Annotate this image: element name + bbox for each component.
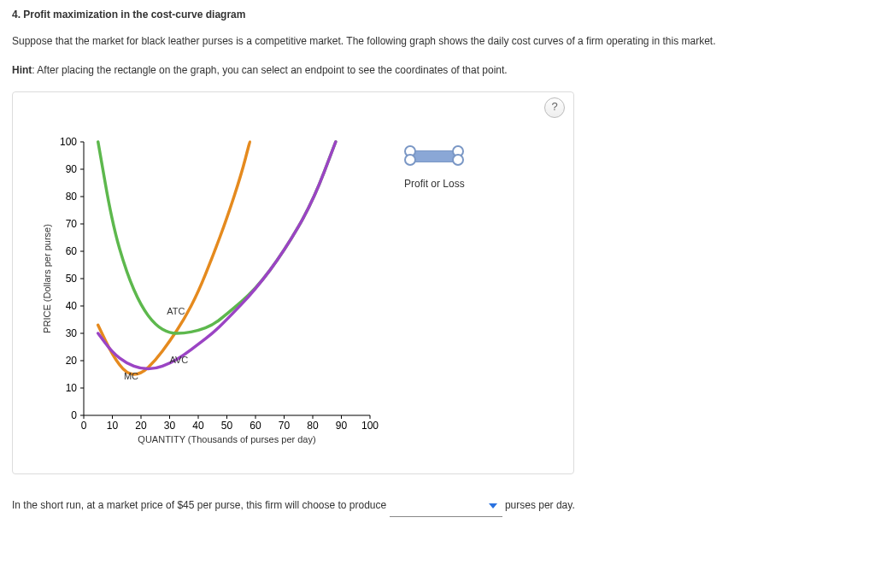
help-icon[interactable]: ? — [544, 97, 565, 118]
svg-text:90: 90 — [66, 163, 78, 175]
svg-text:40: 40 — [192, 420, 204, 432]
svg-text:90: 90 — [336, 420, 348, 432]
svg-text:PRICE (Dollars per purse): PRICE (Dollars per purse) — [42, 224, 52, 333]
quantity-dropdown[interactable] — [390, 497, 502, 518]
svg-text:50: 50 — [66, 273, 78, 285]
chevron-down-icon — [489, 503, 497, 509]
draggable-legend[interactable]: Profit or Loss — [404, 142, 465, 190]
profit-loss-rect-icon[interactable] — [404, 142, 464, 169]
hint-text: : After placing the rectangle on the gra… — [32, 64, 507, 76]
answer-after: purses per day. — [505, 499, 575, 511]
question-prompt: Suppose that the market for black leathe… — [12, 32, 863, 50]
svg-text:60: 60 — [250, 420, 261, 432]
svg-text:10: 10 — [66, 382, 78, 394]
svg-text:10: 10 — [107, 420, 119, 432]
svg-text:AVC: AVC — [170, 355, 189, 365]
svg-text:30: 30 — [66, 327, 78, 339]
question-hint: Hint: After placing the rectangle on the… — [12, 62, 863, 79]
answer-sentence: In the short run, at a market price of $… — [12, 497, 863, 518]
cost-curve-chart[interactable]: 0102030405060708090100010203040506070809… — [37, 133, 379, 458]
svg-text:100: 100 — [361, 420, 379, 432]
svg-text:50: 50 — [221, 420, 233, 432]
svg-text:80: 80 — [307, 420, 319, 432]
question-title: 4. Profit maximization in the cost-curve… — [12, 9, 863, 21]
svg-text:40: 40 — [66, 300, 78, 312]
answer-before: In the short run, at a market price of $… — [12, 499, 390, 511]
svg-text:60: 60 — [66, 245, 78, 257]
svg-text:0: 0 — [81, 420, 87, 432]
svg-text:20: 20 — [66, 355, 78, 367]
profit-loss-label: Profit or Loss — [404, 178, 465, 190]
svg-text:QUANTITY (Thousands of purses : QUANTITY (Thousands of purses per day) — [138, 434, 315, 444]
svg-text:100: 100 — [60, 136, 77, 148]
svg-text:0: 0 — [71, 409, 77, 421]
graph-panel: ? 01020304050607080901000102030405060708… — [12, 91, 574, 474]
svg-text:80: 80 — [66, 191, 78, 203]
svg-text:ATC: ATC — [167, 305, 185, 315]
svg-text:MC: MC — [124, 371, 138, 381]
hint-label: Hint — [12, 64, 32, 76]
svg-text:70: 70 — [66, 218, 78, 230]
svg-text:70: 70 — [279, 420, 291, 432]
svg-text:30: 30 — [164, 420, 176, 432]
svg-text:20: 20 — [135, 420, 147, 432]
